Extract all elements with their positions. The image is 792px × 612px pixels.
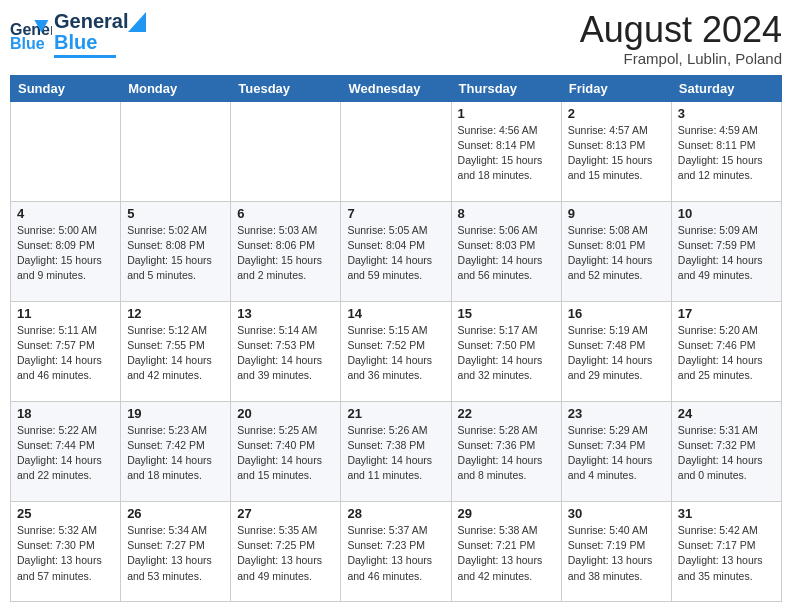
day-info: Sunrise: 5:15 AM Sunset: 7:52 PM Dayligh… [347,323,444,384]
day-info: Sunrise: 5:12 AM Sunset: 7:55 PM Dayligh… [127,323,224,384]
calendar-week-4: 18Sunrise: 5:22 AM Sunset: 7:44 PM Dayli… [11,401,782,501]
calendar-cell: 31Sunrise: 5:42 AM Sunset: 7:17 PM Dayli… [671,501,781,601]
day-info: Sunrise: 5:19 AM Sunset: 7:48 PM Dayligh… [568,323,665,384]
col-header-thursday: Thursday [451,75,561,101]
svg-marker-3 [128,12,146,32]
calendar-cell: 11Sunrise: 5:11 AM Sunset: 7:57 PM Dayli… [11,301,121,401]
calendar-cell: 23Sunrise: 5:29 AM Sunset: 7:34 PM Dayli… [561,401,671,501]
day-info: Sunrise: 5:40 AM Sunset: 7:19 PM Dayligh… [568,523,665,584]
day-number: 24 [678,406,775,421]
day-info: Sunrise: 5:20 AM Sunset: 7:46 PM Dayligh… [678,323,775,384]
day-info: Sunrise: 5:22 AM Sunset: 7:44 PM Dayligh… [17,423,114,484]
day-info: Sunrise: 5:35 AM Sunset: 7:25 PM Dayligh… [237,523,334,584]
day-number: 10 [678,206,775,221]
header: General Blue General Blue August [10,10,782,67]
day-info: Sunrise: 5:14 AM Sunset: 7:53 PM Dayligh… [237,323,334,384]
logo-general: General [54,10,128,33]
logo-triangle-icon [128,12,146,32]
col-header-friday: Friday [561,75,671,101]
day-info: Sunrise: 5:32 AM Sunset: 7:30 PM Dayligh… [17,523,114,584]
svg-text:Blue: Blue [10,35,45,52]
calendar-cell: 2Sunrise: 4:57 AM Sunset: 8:13 PM Daylig… [561,101,671,201]
col-header-saturday: Saturday [671,75,781,101]
calendar-cell: 12Sunrise: 5:12 AM Sunset: 7:55 PM Dayli… [121,301,231,401]
day-info: Sunrise: 5:08 AM Sunset: 8:01 PM Dayligh… [568,223,665,284]
logo-underline [54,55,116,58]
month-title: August 2024 [580,10,782,50]
day-number: 16 [568,306,665,321]
day-info: Sunrise: 5:11 AM Sunset: 7:57 PM Dayligh… [17,323,114,384]
day-info: Sunrise: 5:23 AM Sunset: 7:42 PM Dayligh… [127,423,224,484]
calendar-cell: 10Sunrise: 5:09 AM Sunset: 7:59 PM Dayli… [671,201,781,301]
day-info: Sunrise: 4:57 AM Sunset: 8:13 PM Dayligh… [568,123,665,184]
calendar-cell: 20Sunrise: 5:25 AM Sunset: 7:40 PM Dayli… [231,401,341,501]
calendar-cell [341,101,451,201]
calendar-cell: 6Sunrise: 5:03 AM Sunset: 8:06 PM Daylig… [231,201,341,301]
day-info: Sunrise: 5:17 AM Sunset: 7:50 PM Dayligh… [458,323,555,384]
day-number: 22 [458,406,555,421]
col-header-monday: Monday [121,75,231,101]
day-info: Sunrise: 4:59 AM Sunset: 8:11 PM Dayligh… [678,123,775,184]
calendar-cell [121,101,231,201]
day-number: 31 [678,506,775,521]
calendar-cell: 8Sunrise: 5:06 AM Sunset: 8:03 PM Daylig… [451,201,561,301]
day-info: Sunrise: 4:56 AM Sunset: 8:14 PM Dayligh… [458,123,555,184]
calendar-cell: 25Sunrise: 5:32 AM Sunset: 7:30 PM Dayli… [11,501,121,601]
col-header-wednesday: Wednesday [341,75,451,101]
calendar-cell: 29Sunrise: 5:38 AM Sunset: 7:21 PM Dayli… [451,501,561,601]
calendar-cell: 7Sunrise: 5:05 AM Sunset: 8:04 PM Daylig… [341,201,451,301]
day-info: Sunrise: 5:28 AM Sunset: 7:36 PM Dayligh… [458,423,555,484]
day-number: 17 [678,306,775,321]
calendar-cell: 22Sunrise: 5:28 AM Sunset: 7:36 PM Dayli… [451,401,561,501]
day-number: 14 [347,306,444,321]
calendar-week-1: 1Sunrise: 4:56 AM Sunset: 8:14 PM Daylig… [11,101,782,201]
day-info: Sunrise: 5:29 AM Sunset: 7:34 PM Dayligh… [568,423,665,484]
day-info: Sunrise: 5:31 AM Sunset: 7:32 PM Dayligh… [678,423,775,484]
calendar-cell: 14Sunrise: 5:15 AM Sunset: 7:52 PM Dayli… [341,301,451,401]
location: Frampol, Lublin, Poland [580,50,782,67]
day-number: 27 [237,506,334,521]
calendar-cell: 16Sunrise: 5:19 AM Sunset: 7:48 PM Dayli… [561,301,671,401]
day-number: 20 [237,406,334,421]
day-info: Sunrise: 5:06 AM Sunset: 8:03 PM Dayligh… [458,223,555,284]
day-number: 29 [458,506,555,521]
calendar-cell: 1Sunrise: 4:56 AM Sunset: 8:14 PM Daylig… [451,101,561,201]
day-number: 11 [17,306,114,321]
day-info: Sunrise: 5:38 AM Sunset: 7:21 PM Dayligh… [458,523,555,584]
calendar-header-row: SundayMondayTuesdayWednesdayThursdayFrid… [11,75,782,101]
calendar: SundayMondayTuesdayWednesdayThursdayFrid… [10,75,782,602]
day-number: 8 [458,206,555,221]
page: General Blue General Blue August [0,0,792,612]
day-number: 9 [568,206,665,221]
calendar-cell: 21Sunrise: 5:26 AM Sunset: 7:38 PM Dayli… [341,401,451,501]
day-number: 28 [347,506,444,521]
col-header-tuesday: Tuesday [231,75,341,101]
day-info: Sunrise: 5:26 AM Sunset: 7:38 PM Dayligh… [347,423,444,484]
day-info: Sunrise: 5:00 AM Sunset: 8:09 PM Dayligh… [17,223,114,284]
calendar-week-5: 25Sunrise: 5:32 AM Sunset: 7:30 PM Dayli… [11,501,782,601]
day-number: 6 [237,206,334,221]
day-number: 12 [127,306,224,321]
calendar-cell: 24Sunrise: 5:31 AM Sunset: 7:32 PM Dayli… [671,401,781,501]
day-info: Sunrise: 5:05 AM Sunset: 8:04 PM Dayligh… [347,223,444,284]
day-number: 21 [347,406,444,421]
day-number: 19 [127,406,224,421]
day-info: Sunrise: 5:42 AM Sunset: 7:17 PM Dayligh… [678,523,775,584]
calendar-cell: 18Sunrise: 5:22 AM Sunset: 7:44 PM Dayli… [11,401,121,501]
calendar-cell: 3Sunrise: 4:59 AM Sunset: 8:11 PM Daylig… [671,101,781,201]
day-number: 23 [568,406,665,421]
day-number: 4 [17,206,114,221]
logo: General Blue General Blue [10,10,146,58]
day-number: 25 [17,506,114,521]
logo-icon: General Blue [10,13,52,55]
day-number: 7 [347,206,444,221]
day-number: 15 [458,306,555,321]
day-number: 26 [127,506,224,521]
title-area: August 2024 Frampol, Lublin, Poland [580,10,782,67]
day-info: Sunrise: 5:34 AM Sunset: 7:27 PM Dayligh… [127,523,224,584]
calendar-cell: 5Sunrise: 5:02 AM Sunset: 8:08 PM Daylig… [121,201,231,301]
calendar-cell: 28Sunrise: 5:37 AM Sunset: 7:23 PM Dayli… [341,501,451,601]
logo-blue: Blue [54,31,97,54]
calendar-cell: 15Sunrise: 5:17 AM Sunset: 7:50 PM Dayli… [451,301,561,401]
day-info: Sunrise: 5:03 AM Sunset: 8:06 PM Dayligh… [237,223,334,284]
